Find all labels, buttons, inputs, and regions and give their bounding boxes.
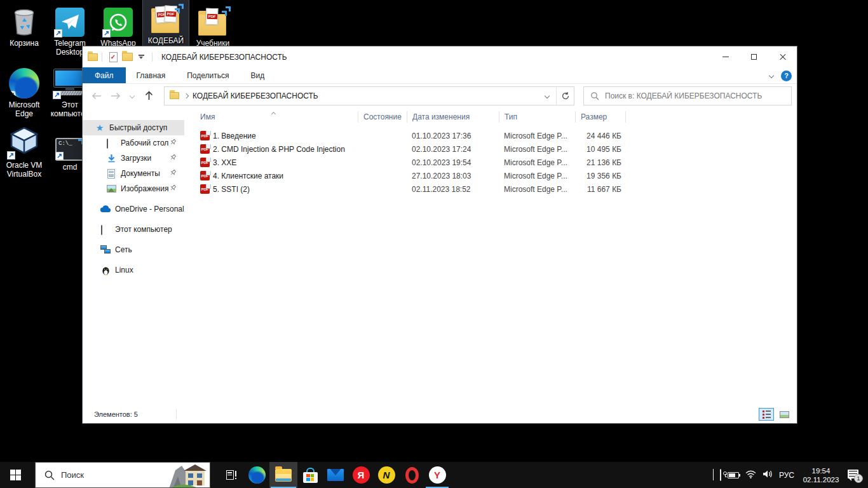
shortcut-arrow-icon: [53, 91, 61, 99]
tab-home[interactable]: Главная: [126, 67, 177, 83]
file-row[interactable]: PDF1. Введение 01.10.2023 17:36 Microsof…: [184, 129, 797, 142]
whatsapp-icon: [104, 4, 133, 37]
sidebar-item-onedrive[interactable]: OneDrive - Personal: [83, 201, 184, 217]
shortcut-arrow-icon: [102, 29, 111, 37]
up-button[interactable]: [141, 88, 156, 104]
pin-icon: [170, 169, 177, 178]
taskbar-edge-button[interactable]: [244, 462, 269, 488]
file-row[interactable]: PDF5. SSTI (2) 02.11.2023 18:52 Microsof…: [184, 182, 797, 196]
taskbar-yandex-browser-button[interactable]: Y: [424, 462, 450, 488]
titlebar[interactable]: ✓ КОДЕБАЙ КИБЕРБЕЗОПАСНОСТЬ: [83, 46, 797, 67]
sidebar-item-network[interactable]: Сеть: [83, 242, 184, 257]
desktop-icon-label: cmd: [63, 163, 78, 172]
this-pc-icon: [54, 65, 86, 98]
pdf-folder-icon: PDF: [198, 4, 228, 37]
sidebar-item-quick-access[interactable]: ★ Быстрый доступ: [83, 120, 184, 135]
expand-ribbon-icon[interactable]: [769, 73, 774, 78]
column-header-size[interactable]: Размер: [575, 111, 626, 123]
column-header-name[interactable]: Имя: [184, 111, 358, 123]
language-indicator[interactable]: РУС: [779, 471, 794, 480]
breadcrumb: КОДЕБАЙ КИБЕРБЕЗОПАСНОСТЬ: [193, 92, 318, 100]
forward-button[interactable]: [108, 88, 123, 104]
taskbar-mail-button[interactable]: [323, 462, 348, 488]
notification-center-button[interactable]: 1: [848, 469, 862, 482]
file-row[interactable]: PDF3. XXE 02.10.2023 19:54 Microsoft Edg…: [184, 156, 797, 169]
shortcut-arrow-icon: [7, 151, 15, 159]
ribbon-tabs: Файл Главная Поделиться Вид ?: [83, 67, 797, 84]
desktop-icon-kodebay[interactable]: PDF PDF КОДЕБАЙ: [143, 0, 189, 46]
desktop-icon-recycle-bin[interactable]: Корзина: [1, 3, 47, 49]
network-icon: [100, 245, 111, 254]
tray-volume-button[interactable]: [763, 470, 773, 481]
qat-new-folder-button[interactable]: [120, 50, 134, 64]
taskbar-explorer-button[interactable]: [269, 462, 297, 488]
tray-display-button[interactable]: [720, 470, 721, 481]
help-icon[interactable]: ?: [781, 71, 792, 81]
address-dropdown-button[interactable]: [538, 87, 556, 105]
pdf-icon: PDF: [200, 131, 210, 140]
sidebar-item-downloads[interactable]: Загрузки: [83, 151, 184, 166]
sort-ascending-icon: [272, 109, 275, 118]
clock-time: 19:54: [801, 466, 841, 475]
documents-icon: [105, 169, 117, 179]
edge-icon: [9, 65, 39, 98]
desktop-icon-virtualbox[interactable]: Oracle VM VirtualBox: [1, 125, 47, 180]
onedrive-cloud-icon: [100, 205, 111, 213]
recent-locations-button[interactable]: [127, 88, 137, 104]
pin-icon: [170, 154, 177, 163]
desktop-icon-edge[interactable]: Microsoft Edge: [1, 64, 47, 119]
close-button[interactable]: [768, 46, 797, 67]
folder-icon: [122, 53, 133, 61]
sidebar-item-desktop[interactable]: Рабочий стол: [83, 135, 184, 151]
minimize-button[interactable]: [711, 46, 740, 67]
minimize-icon: [722, 57, 729, 57]
tray-battery-button[interactable]: [728, 472, 739, 478]
window-folder-icon: [88, 53, 98, 61]
tab-file[interactable]: Файл: [83, 67, 126, 83]
details-view-button[interactable]: [759, 408, 774, 421]
microsoft-store-icon: [303, 468, 318, 483]
tray-expand-button[interactable]: [713, 470, 714, 481]
column-headers: Имя Состояние Дата изменения Тип Размер: [184, 109, 797, 125]
desktop-icon-uchebniki[interactable]: PDF Учебники: [190, 3, 236, 49]
search-icon: [44, 470, 55, 480]
explorer-search-input[interactable]: Поиск в: КОДЕБАЙ КИБЕРБЕЗОПАСНОСТЬ: [583, 86, 792, 105]
refresh-button[interactable]: [556, 87, 574, 105]
linux-penguin-icon: [100, 266, 111, 275]
file-row[interactable]: PDF4. Клиентские атаки 27.10.2023 18:03 …: [184, 169, 797, 182]
desktop-icon-label: Oracle VM VirtualBox: [1, 161, 47, 179]
task-view-button[interactable]: [219, 462, 244, 488]
items-count: Элементов: 5: [94, 410, 138, 418]
address-folder-icon: [170, 92, 179, 99]
window-title: КОДЕБАЙ КИБЕРБЕЗОПАСНОСТЬ: [161, 53, 287, 62]
tab-view[interactable]: Вид: [240, 67, 275, 83]
taskbar-opera-button[interactable]: [399, 462, 424, 488]
column-header-status[interactable]: Состояние: [358, 111, 407, 123]
volume-icon: [763, 470, 773, 478]
display-icon: [720, 469, 721, 481]
taskbar-yandex-button[interactable]: Я: [348, 462, 374, 488]
desktop-icon-whatsapp[interactable]: WhatsApp: [95, 3, 141, 49]
thumbnails-view-button[interactable]: [776, 408, 792, 421]
taskbar-clock[interactable]: 19:54 02.11.2023: [801, 466, 841, 484]
pdf-icon: PDF: [200, 158, 210, 167]
sidebar-item-this-pc[interactable]: Этот компьютер: [83, 222, 184, 237]
file-row[interactable]: PDF2. CMD Injection & PHP Code Injection…: [184, 142, 797, 156]
sidebar-item-linux[interactable]: Linux: [83, 262, 184, 278]
tray-wifi-button[interactable]: [745, 470, 756, 481]
column-header-type[interactable]: Тип: [499, 111, 575, 123]
column-header-date[interactable]: Дата изменения: [407, 111, 499, 123]
start-button[interactable]: [0, 462, 31, 488]
qat-customize-button[interactable]: [134, 50, 148, 64]
qat-properties-button[interactable]: ✓: [106, 50, 120, 64]
sidebar-item-documents[interactable]: Документы: [83, 166, 184, 181]
taskbar-store-button[interactable]: [297, 462, 323, 488]
address-bar[interactable]: КОДЕБАЙ КИБЕРБЕЗОПАСНОСТЬ: [164, 86, 574, 105]
desktop-folder-icon: [105, 139, 117, 147]
taskbar-search-input[interactable]: Поиск: [35, 462, 210, 488]
taskbar-yellow-app-button[interactable]: N: [374, 462, 399, 488]
maximize-button[interactable]: [740, 46, 768, 67]
sidebar-item-pictures[interactable]: Изображения: [83, 181, 184, 196]
back-button[interactable]: [89, 88, 104, 104]
tab-share[interactable]: Поделиться: [176, 67, 240, 83]
